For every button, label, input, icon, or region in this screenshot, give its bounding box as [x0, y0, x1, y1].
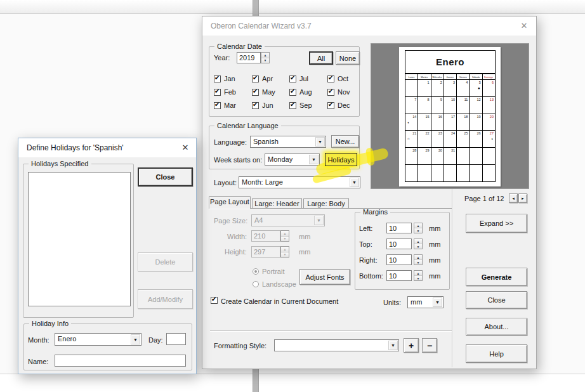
calendar-cell: 31 [444, 148, 457, 164]
chevron-down-icon[interactable]: ▼ [433, 297, 442, 307]
spin-up-icon[interactable]: ▲ [414, 239, 422, 244]
margin-top-input[interactable]: 10 [386, 238, 412, 249]
holidays-listbox[interactable] [28, 172, 131, 306]
calendar-cell: 28 [405, 148, 418, 164]
adjust-fonts-button[interactable]: Adjust Fonts [299, 269, 350, 285]
month-checkbox-sep[interactable]: Sep [289, 101, 327, 115]
margin-left-spinner[interactable]: ▲▼ [414, 223, 423, 233]
month-checkbox-jun[interactable]: Jun [252, 101, 289, 115]
generate-button[interactable]: Generate [466, 268, 527, 286]
week-starts-select[interactable]: Monday ▼ [265, 154, 320, 166]
margin-right-spinner[interactable]: ▲▼ [414, 254, 423, 265]
checkbox-icon[interactable] [327, 102, 334, 109]
remove-style-button[interactable]: − [422, 338, 437, 353]
calendar-cell: 2 [431, 80, 444, 96]
margin-right-input[interactable]: 10 [386, 254, 412, 265]
close-icon[interactable]: ✕ [180, 142, 191, 154]
tab-large-body[interactable]: Large: Body [303, 198, 349, 209]
checkbox-icon[interactable] [327, 89, 334, 96]
checkbox-icon[interactable] [252, 75, 259, 82]
formatting-style-select[interactable]: ▼ [274, 339, 399, 351]
checkbox-icon[interactable] [252, 102, 259, 109]
name-input[interactable] [55, 355, 186, 367]
month-checkbox-apr[interactable]: Apr [252, 75, 289, 88]
calendar-cell [431, 165, 444, 181]
margin-left-input[interactable]: 10 [386, 223, 412, 233]
checkbox-icon[interactable] [214, 89, 221, 96]
chevron-down-icon[interactable]: ▼ [350, 178, 359, 187]
calendar-cell: 12 [470, 97, 482, 114]
none-button[interactable]: None [336, 51, 360, 65]
checkbox-icon[interactable] [252, 89, 259, 96]
new-language-button[interactable]: New... [331, 135, 359, 148]
year-spinner[interactable]: ▲ ▼ [261, 52, 270, 63]
spin-down-icon[interactable]: ▼ [261, 58, 269, 63]
checkbox-icon[interactable] [289, 89, 296, 96]
layout-select[interactable]: Month: Large ▼ [239, 176, 360, 188]
day-input[interactable] [166, 333, 186, 345]
week-starts-label: Week starts on: [214, 156, 262, 164]
height-label: Height: [225, 248, 247, 256]
close-icon[interactable]: ✕ [518, 20, 530, 32]
spin-up-icon[interactable]: ▲ [414, 223, 422, 228]
spin-down-icon[interactable]: ▼ [414, 244, 422, 249]
chevron-down-icon[interactable]: ▼ [309, 155, 319, 164]
spin-up-icon[interactable]: ▲ [414, 271, 422, 276]
checkbox-icon[interactable] [289, 75, 296, 82]
month-checkbox-dec[interactable]: Dec [327, 101, 360, 115]
spin-up-icon[interactable]: ▲ [261, 53, 269, 58]
tab-page-layout[interactable]: Page Layout [209, 196, 251, 209]
checkbox-icon[interactable] [214, 75, 221, 82]
units-select[interactable]: mm ▼ [407, 296, 444, 308]
spin-down-icon[interactable]: ▼ [414, 260, 422, 265]
help-button[interactable]: Help [466, 344, 527, 363]
wizard-titlebar[interactable]: Oberon Calendar Wizard v3.7 ✕ [202, 16, 536, 36]
spin-down-icon[interactable]: ▼ [414, 276, 422, 280]
add-style-button[interactable]: + [404, 338, 419, 353]
year-input[interactable]: 2019 [237, 52, 261, 63]
spin-down-icon[interactable]: ▼ [414, 228, 422, 233]
month-checkbox-feb[interactable]: Feb [214, 88, 252, 101]
checkbox-icon[interactable] [327, 75, 334, 82]
margin-top-spinner[interactable]: ▲▼ [414, 238, 423, 249]
about-button[interactable]: About... [466, 318, 527, 336]
month-checkbox-jan[interactable]: Jan [214, 75, 252, 88]
portrait-radio [253, 268, 259, 275]
holidays-titlebar[interactable]: Define Holidays for 'Spanish' ✕ [18, 138, 196, 157]
month-checkbox-oct[interactable]: Oct [327, 75, 360, 88]
page-next-button[interactable]: ► [518, 193, 527, 203]
calendar-cell [470, 148, 482, 164]
month-checkbox-may[interactable]: May [252, 88, 289, 101]
checkbox-icon[interactable] [289, 102, 296, 109]
tab-large-header[interactable]: Large: Header [252, 198, 302, 209]
margin-right-unit: mm [429, 256, 440, 264]
expand-button[interactable]: Expand >> [466, 214, 527, 233]
page-prev-button[interactable]: ◄ [509, 193, 518, 203]
margin-top-unit: mm [429, 240, 440, 248]
margin-bottom-spinner[interactable]: ▲▼ [414, 270, 423, 281]
margin-bottom-input[interactable]: 10 [386, 270, 412, 281]
calendar-cell: 7 [405, 97, 418, 114]
formatting-style-label: Formatting Style: [214, 342, 266, 350]
holidays-close-button[interactable]: Close [138, 167, 193, 186]
create-calendar-checkbox[interactable] [211, 297, 218, 304]
month-checkbox-aug[interactable]: Aug [289, 88, 327, 101]
close-button[interactable]: Close [466, 291, 527, 309]
chevron-down-icon[interactable]: ▼ [388, 341, 398, 350]
calendar-cell: 8 [418, 97, 431, 114]
holiday-month-select[interactable]: Enero ▼ [55, 333, 141, 346]
month-checkbox-jul[interactable]: Jul [289, 75, 327, 88]
calendar-day-header: Martes [418, 74, 431, 79]
spin-up-icon[interactable]: ▲ [414, 255, 422, 260]
chevron-down-icon[interactable]: ▼ [315, 137, 325, 147]
month-checkbox-mar[interactable]: Mar [214, 101, 252, 115]
calendar-cell [405, 80, 418, 96]
language-select[interactable]: Spanish ▼ [250, 136, 326, 148]
month-checkbox-nov[interactable]: Nov [327, 88, 360, 101]
checkbox-icon[interactable] [214, 102, 221, 109]
all-button[interactable]: All [309, 51, 333, 65]
page-size-select: A4 ▼ [251, 214, 325, 226]
holidays-button[interactable]: Holidays [325, 153, 357, 166]
chevron-down-icon[interactable]: ▼ [131, 334, 140, 344]
calendar-cell: 5● [470, 80, 482, 96]
